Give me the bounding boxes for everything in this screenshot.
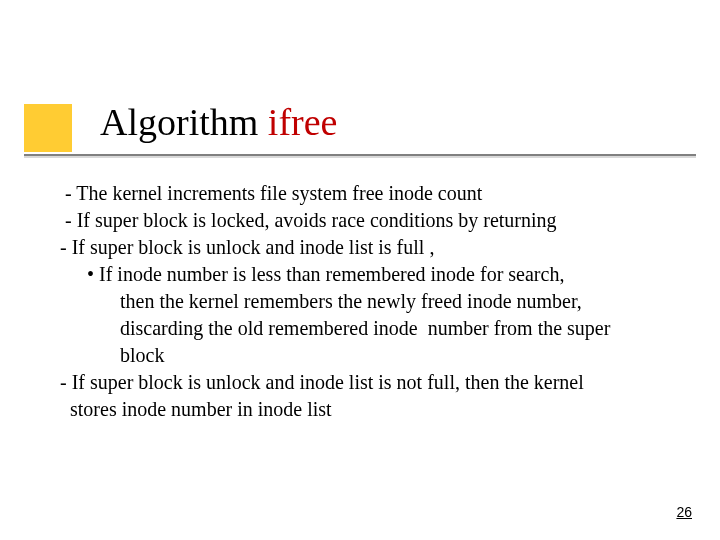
body-line: - If super block is unlock and inode lis… bbox=[60, 234, 680, 261]
title-part-red: ifree bbox=[268, 101, 338, 143]
body-line: - If super block is locked, avoids race … bbox=[60, 207, 680, 234]
title-part-black: Algorithm bbox=[100, 101, 268, 143]
body-line: stores inode number in inode list bbox=[60, 396, 680, 423]
title-divider bbox=[24, 154, 696, 158]
body-line: • If inode number is less than remembere… bbox=[60, 261, 680, 288]
page-number: 26 bbox=[676, 504, 692, 520]
body-line: - The kernel increments file system free… bbox=[60, 180, 680, 207]
body-line: block bbox=[60, 342, 680, 369]
body-line: then the kernel remembers the newly free… bbox=[60, 288, 680, 315]
body-line: discarding the old remembered inode numb… bbox=[60, 315, 680, 342]
body-text: - The kernel increments file system free… bbox=[60, 180, 680, 423]
title-decor-box bbox=[24, 104, 72, 152]
body-line: - If super block is unlock and inode lis… bbox=[60, 369, 680, 396]
page-title: Algorithm ifree bbox=[100, 100, 337, 144]
